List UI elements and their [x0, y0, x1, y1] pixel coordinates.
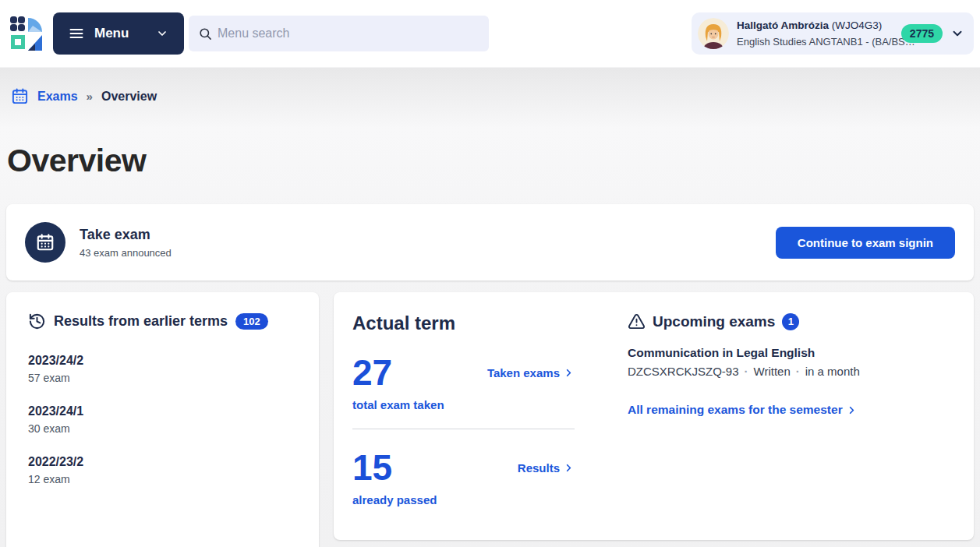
results-link-label: Results — [518, 461, 560, 475]
term-exam-count: 12 exam — [28, 473, 297, 485]
upcoming-exam-name: Communication in Legal English — [628, 346, 955, 360]
term-name: 2022/23/2 — [28, 455, 297, 469]
chevron-down-icon — [156, 27, 168, 40]
term-name: 2023/24/2 — [28, 354, 297, 368]
top-bar: Menu — [0, 0, 980, 67]
earlier-terms-card: Results from earlier terms 102 2023/24/2… — [6, 292, 319, 547]
calendar-icon — [11, 87, 29, 105]
hamburger-icon — [69, 26, 84, 41]
stat-passed-exams: 15 Results — [352, 450, 575, 485]
neptun-logo-icon — [9, 15, 44, 52]
app-root: Menu — [0, 0, 980, 547]
take-exam-title: Take exam — [80, 227, 172, 243]
chevron-right-icon — [563, 462, 575, 474]
term-list-item: 2023/24/2 57 exam — [28, 354, 297, 384]
stat-taken-exams: 27 Taken exams — [352, 355, 575, 390]
user-program: English Studies ANGTANB1 - (BA/BS… — [737, 36, 915, 48]
menu-button[interactable]: Menu — [53, 12, 184, 55]
search-icon — [198, 26, 213, 41]
user-code: (WJO4G3) — [832, 19, 883, 31]
user-name: Hallgató Ambrózia — [737, 19, 829, 31]
avatar — [698, 18, 729, 49]
menu-search — [189, 16, 489, 51]
meta-dot: · — [745, 365, 748, 378]
take-exam-calendar-icon — [25, 222, 65, 263]
term-list: 2023/24/2 57 exam 2023/24/1 30 exam 2022… — [28, 354, 297, 485]
user-chevron-down-icon[interactable] — [950, 26, 964, 41]
menu-search-input[interactable] — [218, 26, 479, 41]
user-menu[interactable]: Hallgató Ambrózia (WJO4G3) English Studi… — [692, 12, 974, 55]
all-remaining-exams-link-label: All remaining exams for the semester — [628, 403, 843, 417]
taken-exams-link[interactable]: Taken exams — [487, 366, 575, 379]
breadcrumb-separator: » — [87, 90, 93, 103]
all-remaining-exams-link[interactable]: All remaining exams for the semester — [628, 403, 858, 417]
exam-code: DZCSXRCKJSZQ-93 — [628, 365, 739, 378]
breadcrumb-current: Overview — [101, 90, 157, 104]
user-name-line: Hallgató Ambrózia (WJO4G3) — [737, 19, 882, 31]
chevron-right-icon — [563, 367, 575, 379]
warning-icon — [628, 312, 646, 330]
upcoming-exam-meta: DZCSXRCKJSZQ-93 · Written · in a month — [628, 365, 955, 378]
results-link[interactable]: Results — [518, 461, 575, 475]
continue-exam-signin-button[interactable]: Continue to exam signin — [776, 227, 955, 259]
balance-badge: 2775 — [901, 24, 943, 43]
actual-term-column: Actual term 27 Taken exams total exam ta… — [352, 312, 575, 520]
stats-divider — [352, 429, 575, 429]
page-title: Overview — [7, 143, 146, 179]
earlier-terms-count-badge: 102 — [235, 313, 268, 330]
chevron-right-icon — [846, 404, 858, 416]
earlier-terms-title: Results from earlier terms — [54, 313, 228, 330]
term-name: 2023/24/1 — [28, 404, 297, 418]
term-list-item: 2022/23/2 12 exam — [28, 455, 297, 485]
term-list-item: 2023/24/1 30 exam — [28, 404, 297, 435]
menu-button-label: Menu — [94, 26, 129, 41]
breadcrumb: Exams » Overview — [11, 87, 157, 105]
taken-exams-link-label: Taken exams — [487, 366, 560, 379]
exam-type: Written — [754, 365, 791, 378]
passed-exams-label: already passed — [352, 493, 575, 506]
taken-exams-label: total exam taken — [352, 398, 575, 411]
taken-exams-value: 27 — [352, 355, 392, 390]
upcoming-exams-column: Upcoming exams 1 Communication in Legal … — [628, 312, 955, 520]
exam-when: in a month — [805, 365, 860, 378]
term-exam-count: 57 exam — [28, 372, 297, 384]
passed-exams-value: 15 — [352, 450, 392, 485]
take-exam-text: Take exam 43 exam announced — [80, 227, 172, 259]
history-icon — [28, 312, 46, 330]
meta-dot: · — [796, 365, 800, 378]
breadcrumb-exams-link[interactable]: Exams — [37, 90, 78, 104]
take-exam-subtitle: 43 exam announced — [80, 247, 172, 259]
actual-term-card: Actual term 27 Taken exams total exam ta… — [334, 292, 974, 540]
upcoming-exams-count-badge: 1 — [782, 313, 799, 330]
earlier-terms-header: Results from earlier terms 102 — [28, 312, 297, 330]
upcoming-exams-header: Upcoming exams 1 — [628, 312, 955, 330]
term-exam-count: 30 exam — [28, 422, 297, 435]
take-exam-card: Take exam 43 exam announced Continue to … — [6, 204, 974, 281]
user-info: Hallgató Ambrózia (WJO4G3) English Studi… — [737, 17, 893, 50]
upcoming-exams-title: Upcoming exams — [653, 313, 775, 330]
actual-term-title: Actual term — [352, 312, 575, 334]
